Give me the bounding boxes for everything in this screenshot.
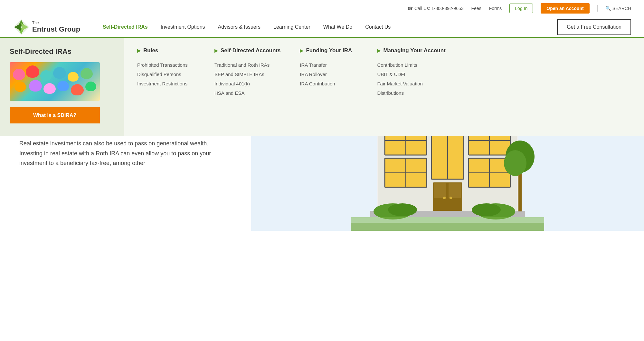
dropdown-sidebar: Self-Directed IRAs bbox=[0, 38, 124, 136]
what-is-sdira-button[interactable]: What is a SDIRA? bbox=[10, 107, 100, 123]
logo-icon bbox=[13, 19, 30, 35]
phone-number: Call Us: 1-800-392-9653 bbox=[414, 6, 464, 11]
dropdown-column-funding: ▶ Funding Your IRA IRA Transfer IRA Roll… bbox=[300, 47, 358, 127]
main-nav: The Entrust Group Self-Directed IRAs Inv… bbox=[0, 17, 644, 37]
login-button[interactable]: Log In bbox=[509, 4, 533, 13]
piggy-banks-image bbox=[10, 62, 100, 101]
rules-header: ▶ Rules bbox=[137, 47, 195, 54]
ira-transfer-link[interactable]: IRA Transfer bbox=[300, 60, 358, 70]
top-bar: ☎ Call Us: 1-800-392-9653 Fees Forms Log… bbox=[0, 0, 644, 17]
svg-rect-32 bbox=[434, 183, 446, 198]
rules-arrow-icon: ▶ bbox=[137, 48, 141, 53]
dropdown-column-managing: ▶ Managing Your Account Contribution Lim… bbox=[377, 47, 445, 127]
sda-header: ▶ Self-Directed Accounts bbox=[214, 47, 280, 54]
traditional-roth-link[interactable]: Traditional and Roth IRAs bbox=[214, 60, 280, 70]
svg-point-35 bbox=[450, 197, 452, 199]
sda-title: Self-Directed Accounts bbox=[221, 47, 280, 54]
svg-point-34 bbox=[443, 197, 446, 199]
contribution-limits-link[interactable]: Contribution Limits bbox=[377, 60, 445, 70]
open-account-button[interactable]: Open an Account bbox=[541, 3, 589, 14]
fair-market-valuation-link[interactable]: Fair Market Valuation bbox=[377, 79, 445, 88]
investment-restrictions-link[interactable]: Investment Restrictions bbox=[137, 79, 195, 88]
managing-title: Managing Your Account bbox=[383, 47, 445, 54]
distributions-link[interactable]: Distributions bbox=[377, 88, 445, 98]
funding-arrow-icon: ▶ bbox=[300, 48, 303, 53]
search-icon: 🔍 bbox=[605, 6, 611, 11]
sep-simple-link[interactable]: SEP and SIMPLE IRAs bbox=[214, 70, 280, 79]
svg-point-38 bbox=[388, 203, 417, 216]
dropdown-column-rules: ▶ Rules Prohibited Transactions Disquali… bbox=[137, 47, 195, 127]
forms-link[interactable]: Forms bbox=[489, 6, 502, 11]
ubit-udfi-link[interactable]: UBIT & UDFI bbox=[377, 70, 445, 79]
nav-item-investment-options[interactable]: Investment Options bbox=[154, 17, 212, 37]
logo[interactable]: The Entrust Group bbox=[13, 19, 80, 35]
logo-text: The Entrust Group bbox=[32, 21, 80, 33]
consultation-button[interactable]: Get a Free Consultation bbox=[557, 19, 631, 35]
managing-arrow-icon: ▶ bbox=[377, 48, 381, 53]
nav-item-advisors-issuers[interactable]: Advisors & Issuers bbox=[212, 17, 267, 37]
dropdown-menu: Self-Directed IRAs bbox=[0, 37, 644, 136]
ira-rollover-link[interactable]: IRA Rollover bbox=[300, 70, 358, 79]
prohibited-transactions-link[interactable]: Prohibited Transactions bbox=[137, 60, 195, 70]
managing-header: ▶ Managing Your Account bbox=[377, 47, 445, 54]
funding-title: Funding Your IRA bbox=[306, 47, 352, 54]
nav-item-contact-us[interactable]: Contact Us bbox=[359, 17, 397, 37]
nav-item-learning-center[interactable]: Learning Center bbox=[267, 17, 317, 37]
svg-rect-45 bbox=[351, 223, 544, 231]
funding-header: ▶ Funding Your IRA bbox=[300, 47, 358, 54]
svg-rect-33 bbox=[449, 183, 461, 198]
phone-icon: ☎ bbox=[407, 6, 413, 11]
search-label: SEARCH bbox=[612, 6, 631, 11]
nav-item-self-directed-iras[interactable]: Self-Directed IRAs bbox=[96, 17, 154, 37]
sda-arrow-icon: ▶ bbox=[214, 48, 218, 53]
rules-title: Rules bbox=[143, 47, 158, 54]
individual-401k-link[interactable]: Individual 401(k) bbox=[214, 79, 280, 88]
search-link[interactable]: 🔍 SEARCH bbox=[605, 6, 631, 11]
dropdown-sidebar-title: Self-Directed IRAs bbox=[10, 47, 115, 56]
nav-item-what-we-do[interactable]: What We Do bbox=[317, 17, 359, 37]
phone-info: ☎ Call Us: 1-800-392-9653 bbox=[407, 6, 464, 11]
svg-point-43 bbox=[504, 150, 526, 176]
dropdown-column-self-directed-accounts: ▶ Self-Directed Accounts Traditional and… bbox=[214, 47, 280, 127]
disqualified-persons-link[interactable]: Disqualified Persons bbox=[137, 70, 195, 79]
paragraph-3: Real estate investments can also be used… bbox=[19, 139, 232, 168]
nav-links: Self-Directed IRAs Investment Options Ad… bbox=[96, 17, 551, 37]
hsa-esa-link[interactable]: HSA and ESA bbox=[214, 88, 280, 98]
fees-link[interactable]: Fees bbox=[471, 6, 481, 11]
svg-point-40 bbox=[472, 203, 501, 216]
dropdown-columns: ▶ Rules Prohibited Transactions Disquali… bbox=[124, 38, 644, 136]
divider bbox=[597, 5, 598, 12]
ira-contribution-link[interactable]: IRA Contribution bbox=[300, 79, 358, 88]
